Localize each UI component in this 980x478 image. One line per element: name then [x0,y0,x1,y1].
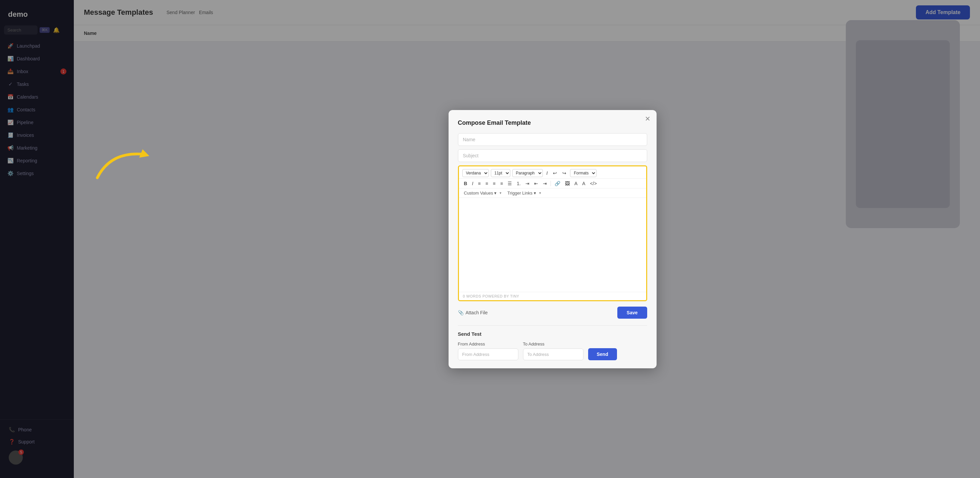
template-subject-input[interactable] [458,149,647,162]
send-test-row: From Address To Address Send [458,341,647,360]
send-test-section: Send Test From Address To Address Send [458,326,647,360]
modal-title: Compose Email Template [458,119,647,127]
link-btn[interactable]: 🔗 [553,180,562,187]
align-center-btn[interactable]: ≡ [484,180,490,187]
highlight-btn[interactable]: A [581,180,587,187]
template-name-input[interactable] [458,133,647,146]
font-size-select[interactable]: 11pt [491,169,510,177]
formats-select[interactable]: Formats [570,169,597,177]
send-test-title: Send Test [458,331,647,337]
list-btn[interactable]: ☰ [506,180,514,187]
save-button[interactable]: Save [617,306,647,319]
editor-content-area[interactable] [459,198,646,292]
compose-email-modal: ✕ Compose Email Template Verdana 11pt Pa… [449,110,657,368]
send-test-button[interactable]: Send [588,348,617,360]
modal-close-button[interactable]: ✕ [645,115,651,123]
modal-actions: 📎 Attach File Save [458,306,647,319]
paragraph-select[interactable]: Paragraph [512,169,543,177]
attach-file-label: Attach File [466,310,488,315]
trigger-links-chevron: ▾ [539,191,541,195]
outdent-btn[interactable]: ⇤ [533,180,540,187]
paperclip-icon: 📎 [458,310,464,315]
align-justify-btn[interactable]: ≡ [498,180,504,187]
toolbar-row-2: B I ≡ ≡ ≡ ≡ ☰ 1. ⇥ ⇤ ⇥ 🔗 🖼 A A </> [459,179,646,189]
from-address-label: From Address [458,341,519,346]
italic-style-btn[interactable]: I [545,170,550,176]
from-address-field: From Address [458,341,519,360]
custom-values-chevron: ▾ [500,191,501,195]
italic-btn[interactable]: I [470,180,475,187]
undo-btn[interactable]: ↩ [551,170,558,176]
toolbar-row-1: Verdana 11pt Paragraph I ↩ ↪ Formats [459,167,646,179]
image-btn[interactable]: 🖼 [563,180,571,187]
toolbar-separator [550,181,551,186]
indent-btn[interactable]: ⇥ [524,180,531,187]
to-address-field: To Address [523,341,584,360]
to-address-label: To Address [523,341,584,346]
to-address-input[interactable] [523,349,584,360]
email-editor: Verdana 11pt Paragraph I ↩ ↪ Formats B I… [458,165,647,301]
list-num-btn[interactable]: 1. [515,180,522,187]
font-family-select[interactable]: Verdana [462,169,489,177]
code-btn[interactable]: </> [589,180,598,187]
redo-btn[interactable]: ↪ [561,170,568,176]
align-left-btn[interactable]: ≡ [476,180,482,187]
editor-word-count: 0 WORDS POWERED BY TINY [459,292,646,300]
custom-values-btn[interactable]: Custom Values ▾ [462,190,498,196]
from-address-input[interactable] [458,349,519,360]
indent2-btn[interactable]: ⇥ [541,180,549,187]
toolbar-row-3: Custom Values ▾ ▾ Trigger Links ▾ ▾ [459,189,646,198]
text-color-btn[interactable]: A [573,180,579,187]
attach-file-button[interactable]: 📎 Attach File [458,310,488,315]
trigger-links-btn[interactable]: Trigger Links ▾ [506,190,538,196]
align-right-btn[interactable]: ≡ [491,180,497,187]
bold-btn[interactable]: B [462,180,469,187]
